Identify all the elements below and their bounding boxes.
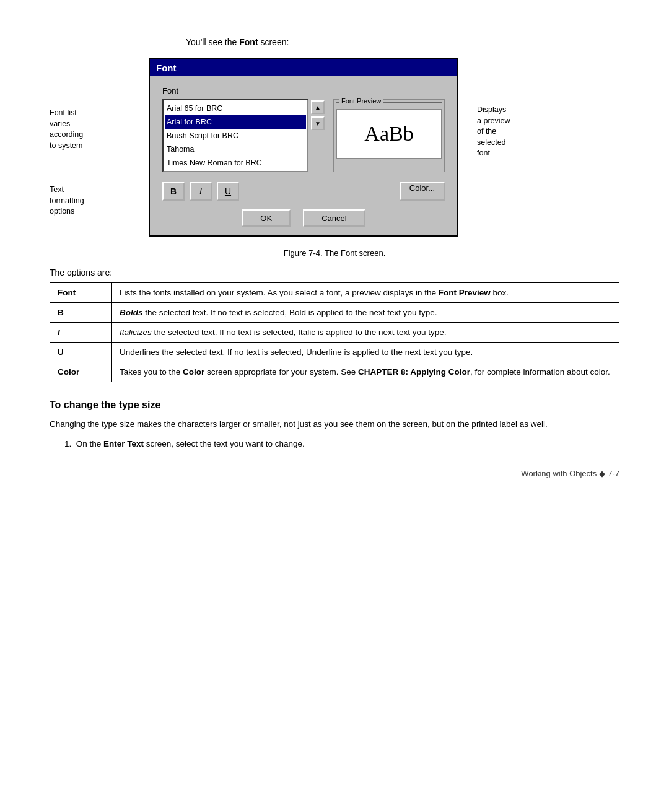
table-value-italic: Italicizes the selected text. If no text… [112, 322, 619, 342]
dialog-title: Font [156, 63, 176, 73]
font-list-annotation-text: Font listvariesaccordingto system [50, 108, 83, 151]
options-table: Font Lists the fonts installed on your s… [50, 282, 619, 382]
table-row-italic: I Italicizes the selected text. If no te… [50, 322, 619, 342]
table-row-underline: U Underlines the selected text. If no te… [50, 342, 619, 362]
table-key-italic: I [50, 322, 112, 342]
text-formatting-annotation-text: Textformattingoptions [50, 185, 84, 217]
footer-diamond: ◆ [599, 469, 605, 478]
font-preview-box: Font Preview AaBb [333, 99, 445, 172]
enter-text-bold: Enter Text [103, 439, 144, 448]
body-paragraph: Changing the type size makes the charact… [50, 418, 619, 430]
annotation-line-1 [83, 113, 92, 113]
table-key-font: Font [50, 282, 112, 302]
preview-text-display: AaBb [336, 109, 442, 159]
format-buttons-row: B I U Color... [162, 182, 445, 201]
right-annotations: Displaysa previewof theselectedfont [458, 58, 558, 159]
table-value-font: Lists the fonts installed on your system… [112, 282, 619, 302]
font-list[interactable]: Arial 65 for BRC Arial for BRC Brush Scr… [162, 99, 308, 172]
footer: Working with Objects ◆ 7-7 [50, 469, 619, 478]
footer-left: Working with Objects [521, 469, 597, 478]
preview-label: Font Preview [339, 97, 383, 105]
annotation-line-3 [467, 110, 474, 110]
preview-sample-text: AaBb [364, 122, 413, 146]
color-button[interactable]: Color... [400, 182, 445, 201]
cancel-button[interactable]: Cancel [303, 209, 365, 227]
annotation-line-2 [84, 190, 93, 190]
text-formatting-annotation: Textformattingoptions [50, 185, 149, 217]
intro-paragraph: You'll see the Font screen: [186, 37, 619, 47]
displays-annotation: Displaysa previewof theselectedfont [467, 105, 558, 159]
table-key-underline: U [50, 342, 112, 362]
font-list-item-arial65[interactable]: Arial 65 for BRC [165, 102, 306, 115]
bold-button[interactable]: B [162, 182, 185, 201]
font-list-item-tahoma[interactable]: Tahoma [165, 142, 306, 156]
preview-inner-wrapper: AaBb [336, 109, 442, 159]
table-key-bold: B [50, 302, 112, 322]
footer-page: 7-7 [608, 469, 619, 478]
font-list-annotation: Font listvariesaccordingto system [50, 108, 149, 151]
dialog-area: Font listvariesaccordingto system Textfo… [50, 58, 619, 242]
font-field-label: Font [162, 86, 445, 95]
table-row-font: Font Lists the fonts installed on your s… [50, 282, 619, 302]
figure-caption: Figure 7-4. The Font screen. [50, 248, 619, 258]
italic-button[interactable]: I [190, 182, 212, 201]
underline-button[interactable]: U [217, 182, 239, 201]
scroll-down-button[interactable]: ▼ [311, 116, 325, 130]
ok-button[interactable]: OK [242, 209, 291, 227]
table-value-color: Takes you to the Color screen appropriat… [112, 362, 619, 382]
font-list-item-arial[interactable]: Arial for BRC [165, 115, 306, 129]
dialog-bottom-row: OK Cancel [162, 209, 445, 227]
numbered-item-1: 1. On the Enter Text screen, select the … [64, 438, 619, 450]
font-list-item-brush[interactable]: Brush Script for BRC [165, 129, 306, 142]
displays-annotation-text: Displaysa previewof theselectedfont [477, 105, 510, 159]
table-row-bold: B Bolds the selected text. If no text is… [50, 302, 619, 322]
preview-box-border: Font Preview [336, 102, 442, 103]
options-intro: The options are: [50, 268, 619, 277]
font-dialog: Font Font Arial 65 for BRC Arial for BRC… [149, 58, 458, 237]
left-annotations: Font listvariesaccordingto system Textfo… [50, 58, 149, 242]
dialog-body: Font Arial 65 for BRC Arial for BRC Brus… [150, 76, 457, 235]
table-value-underline: Underlines the selected text. If no text… [112, 342, 619, 362]
table-row-color: Color Takes you to the Color screen appr… [50, 362, 619, 382]
scroll-up-button[interactable]: ▲ [311, 100, 325, 114]
section-heading: To change the type size [50, 399, 619, 411]
font-list-item-times[interactable]: Times New Roman for BRC [165, 156, 306, 170]
table-key-color: Color [50, 362, 112, 382]
intro-bold-font: Font [239, 37, 258, 47]
dialog-main-row: Arial 65 for BRC Arial for BRC Brush Scr… [162, 99, 445, 172]
dialog-titlebar: Font [150, 59, 457, 76]
scroll-buttons: ▲ ▼ [311, 99, 325, 172]
table-value-bold: Bolds the selected text. If no text is s… [112, 302, 619, 322]
font-list-container: Arial 65 for BRC Arial for BRC Brush Scr… [162, 99, 325, 172]
